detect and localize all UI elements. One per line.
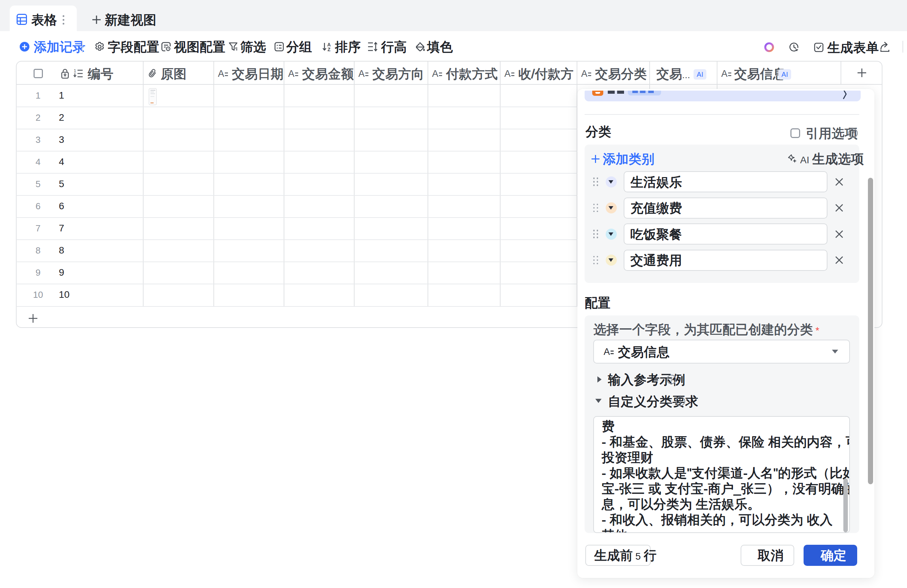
svg-text:A: A — [721, 69, 728, 79]
svg-text:A: A — [288, 69, 294, 79]
svg-text:A: A — [432, 69, 438, 79]
svg-text:A: A — [218, 69, 224, 79]
svg-text:A: A — [358, 69, 365, 79]
svg-text:1: 1 — [74, 68, 76, 73]
svg-text:?: ? — [851, 130, 855, 137]
svg-text:A: A — [604, 346, 610, 357]
svg-text:A: A — [504, 69, 511, 79]
svg-text:Z: Z — [328, 47, 331, 52]
svg-text:A: A — [581, 69, 587, 79]
